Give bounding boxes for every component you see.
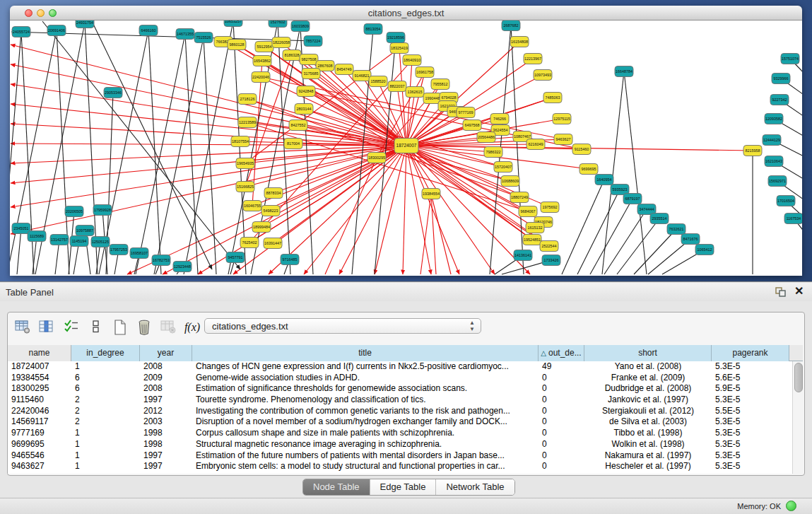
cell-in_degree[interactable]: 2 — [71, 416, 140, 428]
column-header-short[interactable]: short — [584, 345, 712, 361]
cell-name[interactable]: 18300295 — [8, 383, 71, 395]
graph-node[interactable]: 12975115 — [553, 114, 571, 124]
table-row[interactable]: 1456911722003Disruption of a novel membe… — [8, 416, 792, 428]
table-row[interactable]: 946554611997Estimation of the future num… — [8, 450, 792, 462]
cell-pagerank[interactable]: 5.3E-5 — [712, 428, 789, 439]
cell-title[interactable]: Changes of HCN gene expression and I(f) … — [192, 361, 539, 373]
cell-out_de[interactable]: 0 — [539, 428, 584, 439]
graph-node[interactable]: 24931754 — [76, 21, 94, 28]
network-table-select[interactable]: citations_edges.txt ▲▼ — [204, 318, 481, 334]
graph-node[interactable]: 1167534 — [784, 214, 802, 224]
graph-node[interactable]: 20206505 — [65, 206, 83, 217]
graph-node[interactable]: 16648784 — [615, 66, 633, 77]
cell-out_de[interactable]: 0 — [539, 416, 584, 428]
table-row[interactable]: 977716911998Corpus callosum shape and si… — [8, 428, 792, 439]
select-columns-icon[interactable] — [62, 318, 81, 337]
cell-in_degree[interactable]: 1 — [71, 439, 140, 450]
graph-node[interactable]: 1588520 — [369, 76, 387, 87]
cell-title[interactable]: Estimation of significance thresholds fo… — [192, 383, 539, 395]
graph-node[interactable]: 15720407 — [494, 162, 512, 173]
graph-node[interactable]: 12093582 — [765, 114, 783, 124]
graph-node[interactable]: 7625402 — [240, 238, 259, 248]
cell-short[interactable]: Hescheler et al. (1997) — [584, 461, 712, 472]
table-mode-icon[interactable] — [13, 318, 32, 337]
graph-node[interactable]: 16543862 — [253, 56, 271, 66]
graph-node[interactable]: 18325419 — [390, 43, 408, 54]
graph-node[interactable]: 29053346 — [104, 88, 122, 98]
graph-node[interactable]: 8471676 — [681, 234, 700, 245]
cell-pagerank[interactable]: 5.3E-5 — [712, 450, 789, 462]
graph-node[interactable]: 19654935 — [236, 158, 254, 169]
graph-node[interactable]: 8878334 — [264, 188, 283, 199]
graph-node[interactable]: 16391447 — [264, 238, 282, 249]
table-row[interactable]: 2242004622012Investigating the contribut… — [8, 406, 792, 417]
float-panel-icon[interactable] — [775, 287, 787, 297]
cell-in_degree[interactable]: 1 — [71, 428, 140, 439]
cell-out_de[interactable]: 49 — [539, 361, 584, 373]
table-row[interactable]: 1872400712008Changes of HCN gene express… — [8, 361, 792, 373]
cell-year[interactable]: 2003 — [140, 416, 192, 428]
cell-in_degree[interactable]: 1 — [71, 461, 140, 472]
graph-node[interactable]: 15692971 — [768, 176, 787, 187]
cell-short[interactable]: Dudbridge et al. (2008) — [584, 383, 712, 395]
cell-name[interactable]: 9465546 — [8, 450, 71, 462]
cell-short[interactable]: Tibbo et al. (1998) — [584, 428, 712, 439]
cell-pagerank[interactable]: 5.6E-5 — [712, 373, 789, 384]
cell-out_de[interactable]: 0 — [539, 395, 584, 406]
graph-node[interactable]: 7485063 — [543, 93, 562, 103]
graph-node[interactable]: 7955812 — [431, 79, 449, 90]
show-columns-icon[interactable] — [37, 318, 56, 337]
graph-node[interactable]: 6497568 — [463, 120, 481, 131]
graph-node[interactable]: 1527602 — [269, 21, 287, 28]
cell-name[interactable]: 9463627 — [8, 461, 71, 472]
cell-pagerank[interactable]: 5.3E-5 — [712, 361, 789, 373]
row-height-icon[interactable] — [87, 318, 105, 337]
network-view[interactable]: 1872400718300295766382298601285912954182… — [10, 21, 802, 276]
cell-title[interactable]: Corpus callosum shape and size in male p… — [192, 428, 539, 439]
column-header-name[interactable]: name — [8, 345, 71, 361]
cell-out_de[interactable]: 0 — [539, 461, 584, 472]
graph-node[interactable]: 16033809 — [291, 21, 310, 32]
network-graph[interactable]: 1872400718300295766382298601285912954182… — [10, 21, 802, 276]
cell-year[interactable]: 2008 — [140, 383, 192, 395]
graph-node[interactable]: 12213967 — [524, 54, 542, 64]
cell-year[interactable]: 1997 — [140, 450, 192, 462]
graph-node[interactable]: 18107554 — [231, 136, 249, 147]
graph-node[interactable]: 14671355 — [176, 29, 194, 40]
cell-name[interactable]: 14569117 — [8, 416, 71, 428]
graph-node[interactable]: 8186328 — [283, 50, 301, 61]
graph-node[interactable]: 8454749 — [335, 64, 353, 75]
graph-node[interactable]: 12923448 — [173, 262, 192, 272]
scrollbar-thumb[interactable] — [794, 363, 803, 392]
cell-short[interactable]: Franke et al. (2009) — [584, 373, 712, 384]
graph-node[interactable]: 18640910 — [403, 55, 421, 66]
graph-node[interactable]: 16961758 — [416, 67, 434, 78]
cell-name[interactable]: 19384554 — [8, 373, 71, 384]
graph-node[interactable]: 9457791 — [226, 252, 245, 263]
graph-node[interactable]: 10688609 — [501, 176, 519, 187]
graph-node[interactable]: 13142757 — [50, 235, 69, 245]
graph-node[interactable]: 2803144 — [295, 104, 313, 115]
graph-node[interactable]: 12444129 — [763, 135, 781, 146]
vertical-scrollbar[interactable] — [792, 361, 803, 474]
graph-node[interactable]: 9227342 — [770, 95, 789, 105]
graph-node[interactable]: 8215958 — [743, 146, 762, 156]
graph-node[interactable]: 15751074 — [781, 54, 799, 64]
cell-pagerank[interactable]: 5.3E-5 — [712, 461, 789, 472]
cell-short[interactable]: Stergiakouli et al. (2012) — [584, 406, 712, 417]
cell-name[interactable]: 18724007 — [8, 361, 71, 373]
column-header-out_de[interactable]: △out_de... — [539, 345, 584, 361]
cell-short[interactable]: Jankovic et al. (1997) — [584, 395, 712, 406]
graph-node[interactable]: 8813054 — [364, 24, 382, 35]
graph-node[interactable]: 17957253 — [110, 245, 128, 255]
cell-in_degree[interactable]: 2 — [71, 395, 140, 406]
graph-node[interactable]: 16958107 — [130, 248, 148, 259]
graph-node[interactable]: 3175685 — [302, 69, 320, 79]
graph-node[interactable]: 2718126 — [238, 94, 257, 105]
graph-node[interactable]: 16046755 — [243, 201, 261, 211]
cell-year[interactable]: 1997 — [140, 461, 192, 472]
graph-node[interactable]: 9242848 — [297, 86, 315, 97]
graph-node[interactable]: 1975692 — [541, 202, 559, 213]
graph-node[interactable]: 18226058 — [272, 37, 290, 48]
graph-node[interactable]: 7515526 — [194, 33, 213, 43]
